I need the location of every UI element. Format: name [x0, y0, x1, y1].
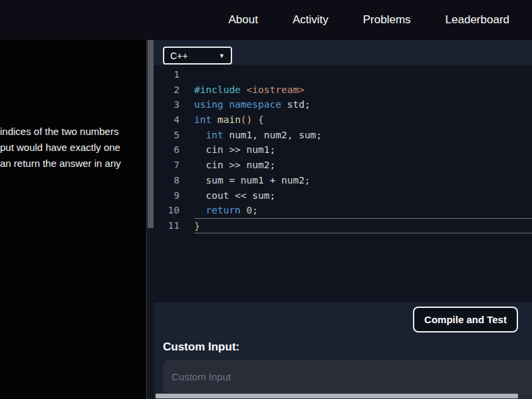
- horizontal-scrollbar-thumb[interactable]: [156, 394, 518, 398]
- code-text: sum = num1 + num2;: [194, 173, 532, 188]
- code-line-10[interactable]: 10 return 0;: [154, 203, 532, 218]
- code-line-1[interactable]: 1: [154, 67, 532, 82]
- line-number: 3: [154, 97, 194, 112]
- code-line-8[interactable]: 8 sum = num1 + num2;: [154, 173, 532, 188]
- nav-item-about[interactable]: About: [228, 13, 257, 27]
- line-number: 4: [154, 112, 194, 128]
- actions-row: Compile and Test: [154, 303, 532, 332]
- code-line-5[interactable]: 5 int num1, num2, sum;: [154, 128, 532, 143]
- problem-text-line: an return the answer in any: [0, 156, 146, 172]
- code-text: }: [194, 218, 532, 233]
- content-area: indices of the two numbers put would hav…: [0, 40, 532, 399]
- chevron-down-icon: ▼: [219, 53, 225, 59]
- code-text: #include <iostream>: [194, 82, 532, 98]
- line-number: 7: [154, 158, 194, 173]
- problem-description-panel: indices of the two numbers put would hav…: [0, 40, 146, 399]
- code-line-6[interactable]: 6 cin >> num1;: [154, 142, 532, 158]
- code-line-9[interactable]: 9 cout << sum;: [154, 188, 532, 203]
- compile-and-test-button[interactable]: Compile and Test: [413, 307, 518, 332]
- language-select[interactable]: C++ ▼: [163, 47, 232, 65]
- line-number: 2: [154, 82, 194, 98]
- nav-item-problems[interactable]: Problems: [363, 13, 411, 27]
- line-number: 6: [154, 142, 194, 158]
- code-line-2[interactable]: 2#include <iostream>: [154, 82, 532, 98]
- app-window: About Activity Problems Leaderboard indi…: [0, 0, 532, 399]
- code-text: int num1, num2, sum;: [194, 128, 532, 143]
- code-text: cin >> num2;: [194, 158, 532, 173]
- editor-toolbar: C++ ▼: [154, 40, 532, 65]
- vertical-scrollbar-thumb[interactable]: [148, 40, 154, 228]
- editor-panel: C++ ▼ 12#include <iostream>3using namesp…: [154, 40, 532, 399]
- line-number: 1: [154, 67, 194, 82]
- code-text: return 0;: [194, 203, 532, 218]
- code-text: cout << sum;: [194, 188, 532, 203]
- code-lines: 12#include <iostream>3using namespace st…: [154, 67, 532, 233]
- code-editor[interactable]: 12#include <iostream>3using namespace st…: [154, 65, 532, 303]
- code-line-11[interactable]: 11}: [154, 218, 532, 233]
- line-number: 5: [154, 128, 194, 143]
- problem-text-line: put would have exactly one: [0, 140, 146, 156]
- vertical-scrollbar[interactable]: [146, 40, 154, 399]
- language-select-value: C++: [170, 51, 188, 61]
- code-text: [194, 67, 532, 82]
- line-number: 8: [154, 173, 194, 188]
- code-line-7[interactable]: 7 cin >> num2;: [154, 158, 532, 173]
- horizontal-scrollbar[interactable]: [154, 393, 532, 399]
- custom-input-label: Custom Input:: [163, 340, 532, 354]
- code-text: cin >> num1;: [194, 142, 532, 158]
- code-text: using namespace std;: [194, 97, 532, 112]
- code-line-3[interactable]: 3using namespace std;: [154, 97, 532, 112]
- line-number: 9: [154, 188, 194, 203]
- code-text: int main() {: [194, 112, 532, 128]
- code-line-4[interactable]: 4int main() {: [154, 112, 532, 128]
- line-number: 10: [154, 203, 194, 218]
- navbar: About Activity Problems Leaderboard: [0, 0, 532, 40]
- nav-item-activity[interactable]: Activity: [293, 13, 329, 27]
- problem-text-line: indices of the two numbers: [0, 124, 146, 140]
- line-number: 11: [154, 218, 194, 233]
- nav-item-leaderboard[interactable]: Leaderboard: [446, 13, 509, 27]
